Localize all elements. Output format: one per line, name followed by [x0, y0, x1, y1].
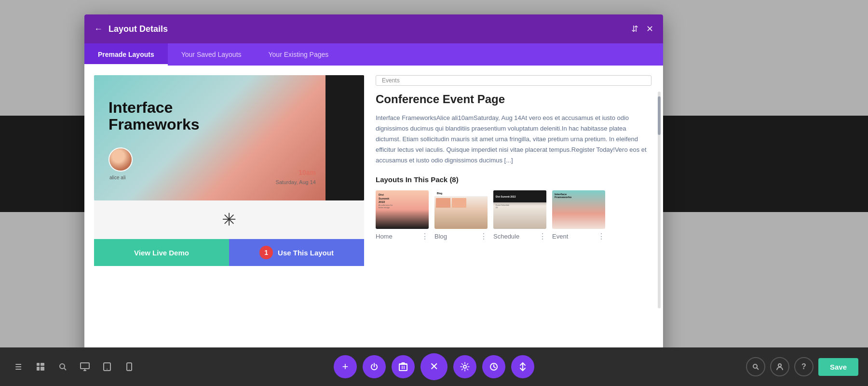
thumb-schedule-label-row: Schedule ⋮: [493, 232, 546, 241]
details-panel: Events Conference Event Page Interface F…: [376, 75, 653, 357]
thumb-event-image[interactable]: InterfaceFrameworks: [552, 190, 605, 229]
layouts-grid: DiviSummit2022 A conference forbetter de…: [376, 190, 651, 241]
toolbar-center: + ✕: [334, 353, 534, 380]
toolbar-settings-button[interactable]: [453, 355, 476, 378]
layout-thumb-home: DiviSummit2022 A conference forbetter de…: [376, 190, 429, 241]
svg-rect-13: [399, 364, 407, 371]
thumb-blog-more-icon[interactable]: ⋮: [480, 232, 488, 241]
preview-title-line1: Interface: [108, 99, 200, 116]
toolbar-history-button[interactable]: [482, 355, 505, 378]
thumb-schedule-more-icon[interactable]: ⋮: [539, 232, 546, 241]
use-this-layout-button[interactable]: 1 Use This Layout: [229, 239, 364, 266]
layout-details-modal: ← Layout Details ⇵ ✕ Premade Layouts You…: [84, 14, 663, 366]
category-badge: Events: [376, 75, 651, 86]
preview-title-line2: Frameworks: [108, 116, 200, 133]
toolbar-add-button[interactable]: +: [334, 355, 357, 378]
svg-point-23: [753, 364, 757, 368]
bg-right-block: [663, 116, 868, 212]
avatar-image: [109, 148, 132, 171]
toolbar-hamburger-icon[interactable]: ☰: [10, 358, 27, 375]
modal-header: ← Layout Details ⇵ ✕: [84, 14, 663, 43]
preview-image: Interface Frameworks alice ali 10am Satu…: [94, 75, 364, 200]
toolbar-search-icon[interactable]: [54, 358, 71, 375]
modal-title: Layout Details: [108, 24, 631, 34]
preview-avatar: [108, 147, 133, 172]
toolbar-user-icon[interactable]: [770, 357, 789, 376]
svg-point-25: [778, 364, 781, 367]
toolbar-search-right-icon[interactable]: [746, 357, 765, 376]
thumb-event-label: Event: [552, 233, 568, 240]
details-description: Interface FrameworksAlice ali10amSaturda…: [376, 113, 651, 166]
toolbar-mobile-icon[interactable]: [121, 358, 138, 375]
scroll-thumb[interactable]: [658, 96, 661, 135]
svg-rect-2: [37, 367, 40, 371]
thumb-event-label-row: Event ⋮: [552, 232, 605, 241]
close-icon[interactable]: ✕: [646, 24, 653, 34]
preview-panel: Interface Frameworks alice ali 10am Satu…: [94, 75, 364, 357]
thumb-home-label: Home: [376, 233, 393, 240]
preview-asterisk-section: ✳: [94, 200, 364, 239]
save-button[interactable]: Save: [818, 358, 858, 376]
toolbar-power-button[interactable]: [363, 355, 386, 378]
asterisk-icon: ✳: [222, 210, 236, 230]
toolbar-sort-button[interactable]: [511, 355, 534, 378]
toolbar-tablet-icon[interactable]: [98, 358, 116, 375]
layout-thumb-schedule: Divi Summit 2022 Event Schedule01 Schedu…: [493, 190, 546, 241]
svg-line-5: [64, 368, 66, 370]
preview-actions: View Live Demo 1 Use This Layout: [94, 239, 364, 266]
tab-existing[interactable]: Your Existing Pages: [255, 43, 342, 66]
tab-saved[interactable]: Your Saved Layouts: [168, 43, 255, 66]
svg-point-10: [107, 369, 108, 370]
layouts-in-pack-label: Layouts In This Pack (8): [376, 175, 651, 184]
tab-bar: Premade Layouts Your Saved Layouts Your …: [84, 43, 663, 66]
bottom-toolbar: ☰: [0, 347, 868, 386]
thumb-blog-label: Blog: [434, 233, 447, 240]
back-icon[interactable]: ←: [94, 24, 103, 34]
svg-line-24: [757, 368, 759, 370]
svg-rect-6: [81, 363, 89, 369]
thumb-schedule-label: Schedule: [493, 233, 519, 240]
preview-time: 10am: [298, 169, 316, 176]
thumb-home-label-row: Home ⋮: [376, 232, 429, 241]
toolbar-help-icon[interactable]: ?: [794, 357, 814, 376]
svg-rect-3: [41, 367, 44, 371]
bg-left-block: [0, 116, 84, 212]
toolbar-grid-icon[interactable]: [32, 358, 49, 375]
preview-bg: Interface Frameworks alice ali 10am Satu…: [94, 75, 364, 200]
thumb-schedule-image[interactable]: Divi Summit 2022 Event Schedule01: [493, 190, 546, 229]
scroll-track: [658, 92, 661, 308]
view-live-demo-button[interactable]: View Live Demo: [94, 239, 229, 266]
tab-premade[interactable]: Premade Layouts: [84, 43, 168, 66]
toolbar-delete-button[interactable]: [392, 355, 415, 378]
preview-alice-label: alice ali: [109, 175, 125, 180]
sort-icon[interactable]: ⇵: [631, 24, 638, 34]
thumb-event-more-icon[interactable]: ⋮: [597, 232, 605, 241]
preview-date: Saturday, Aug 14: [275, 179, 316, 185]
details-title: Conference Event Page: [376, 93, 651, 106]
toolbar-close-button[interactable]: ✕: [420, 353, 448, 380]
layout-thumb-blog: Blog Blog ⋮: [434, 190, 488, 241]
toolbar-right: ? Save: [746, 357, 858, 376]
toolbar-left: ☰: [10, 358, 138, 375]
modal-header-icons: ⇵ ✕: [631, 24, 653, 34]
use-layout-badge: 1: [259, 246, 273, 259]
svg-point-4: [60, 364, 65, 369]
toolbar-desktop-icon[interactable]: [76, 358, 94, 375]
svg-rect-1: [41, 363, 44, 366]
thumb-blog-label-row: Blog ⋮: [434, 232, 488, 241]
thumb-blog-image[interactable]: Blog: [434, 190, 488, 229]
preview-dark-block: [326, 75, 364, 200]
svg-point-20: [463, 365, 466, 368]
modal-content: Interface Frameworks alice ali 10am Satu…: [84, 66, 663, 366]
svg-rect-0: [37, 363, 40, 366]
thumb-home-image[interactable]: DiviSummit2022 A conference forbetter de…: [376, 190, 429, 229]
svg-point-12: [129, 369, 130, 370]
thumb-home-more-icon[interactable]: ⋮: [421, 232, 429, 241]
preview-text-overlay: Interface Frameworks: [108, 99, 200, 133]
layout-thumb-event: InterfaceFrameworks Event ⋮: [552, 190, 605, 241]
